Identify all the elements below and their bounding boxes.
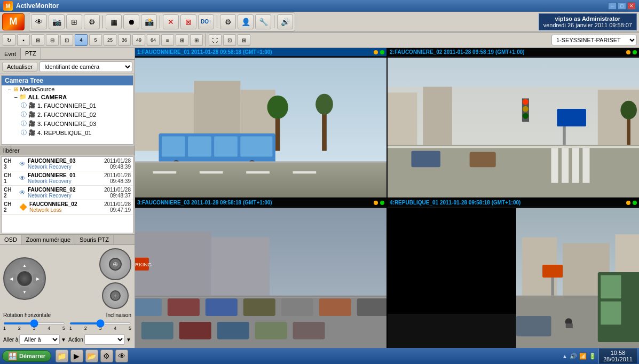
zoom-numerique-tab[interactable]: Zoom numérique	[22, 235, 75, 244]
user-button[interactable]: 👤	[238, 14, 254, 29]
rotation-slider[interactable]	[3, 322, 65, 325]
actualiser-button[interactable]: Actualiser	[2, 62, 37, 72]
camera-2-icon: ⓘ	[21, 110, 27, 118]
stop-button[interactable]: ⊠	[180, 14, 196, 29]
2x2-view-button[interactable]: ⊞	[31, 34, 44, 46]
cam-indicators-4	[626, 201, 637, 205]
osd-tab[interactable]: OSD	[0, 235, 22, 244]
cam-title-4: 4:REPUBLIQUE_01 2011-01-28 09:58:18 (GMT…	[390, 200, 520, 205]
focus-wheel[interactable]: +	[102, 282, 129, 309]
datetime-text: vendredi 26 janvier 2011 09:58:07	[543, 22, 632, 28]
cam-scene-3: PARKING	[135, 208, 386, 348]
64-view-button[interactable]: 64	[147, 34, 160, 46]
minimize-button[interactable]: –	[608, 2, 617, 10]
souris-ptz-tab[interactable]: Souris PTZ	[75, 235, 114, 244]
event-list: CH3 👁 FAUCONNIERE_03 2011/01/28 Network …	[1, 156, 133, 233]
ptz-right-button[interactable]: ▶	[33, 274, 43, 283]
camera-1-icon: ⓘ	[21, 101, 27, 109]
inclination-label: Inclinaison	[106, 312, 131, 318]
ptz-up-button[interactable]: ▲	[20, 260, 29, 270]
taskbar-icon-5[interactable]: 👁	[115, 350, 128, 362]
layout-tool-button[interactable]: ▦	[106, 14, 122, 29]
event-eye-4[interactable]: 🔶	[19, 203, 27, 211]
event-tab[interactable]: Evnt	[0, 48, 21, 59]
camera-view-3[interactable]: 3:FAUCONNIERE_03 2011-01-28 09:58:18 (GM…	[135, 199, 386, 348]
titlebar: M ActiveMonitor – □ ✕	[0, 0, 639, 12]
zoom-button[interactable]: ⊞	[238, 34, 250, 46]
taskbar: 🪟 Démarrer 📁 ▶ 📂 ⚙ 👁 ▲ 🔊 📶 🔋 10:58 28/01…	[0, 348, 639, 364]
inclination-slider[interactable]	[69, 322, 131, 325]
dpad-joystick[interactable]: ▲ ▼ ◀ ▶	[3, 257, 46, 300]
camera-1-item[interactable]: ⓘ 🎥 1. FAUCONNIERE_01	[2, 101, 133, 110]
custom2-view-button[interactable]: ⊞	[176, 34, 188, 46]
event-eye-3[interactable]: 👁	[19, 189, 26, 196]
all-camera-item[interactable]: – 📁 ALL CAMERA	[2, 93, 133, 101]
tray-network-icon[interactable]: 📶	[579, 353, 587, 360]
4x4-view-button[interactable]: 4	[75, 34, 88, 46]
aller-a-dropdown[interactable]: Aller à	[19, 334, 60, 345]
snapshot-tool-button[interactable]: 📸	[141, 14, 157, 29]
camera-view-4[interactable]: 4:REPUBLIQUE_01 2011-01-28 09:58:18 (GMT…	[388, 199, 639, 348]
ptz-tab[interactable]: PTZ	[21, 48, 41, 59]
custom3-view-button[interactable]: ⊞	[190, 34, 203, 46]
expand-all-icon: –	[14, 94, 18, 100]
grid-tool-button[interactable]: ⊞	[66, 14, 82, 29]
preset-dropdown[interactable]: 1-SEYSSINET-PARISET	[551, 35, 637, 45]
do-button[interactable]: DO↑	[198, 14, 214, 29]
5x5-view-button[interactable]: 5	[89, 34, 102, 46]
camera-4-item[interactable]: ⓘ 🎥 4. REPUBLIQUE_01	[2, 128, 133, 137]
action-arrow-icon: ▼	[126, 337, 131, 343]
3x2-view-button[interactable]: ⊟	[46, 34, 59, 46]
settings-tool-button[interactable]: ⚙	[84, 14, 100, 29]
close-button[interactable]: ✕	[627, 2, 636, 10]
tray-up-icon[interactable]: ▲	[562, 353, 567, 359]
25-view-button[interactable]: 25	[104, 34, 116, 46]
3x3-view-button[interactable]: ⊡	[60, 34, 73, 46]
taskbar-icon-2[interactable]: ▶	[70, 350, 83, 362]
ptz-down-button[interactable]: ▼	[20, 287, 29, 297]
close-cam-button[interactable]: ✕	[163, 14, 179, 29]
camera-1-label: 1. FAUCONNIERE_01	[37, 102, 96, 109]
single-view-button[interactable]: ▪	[17, 34, 30, 46]
camera-2-item[interactable]: ⓘ 🎥 2. FAUCONNIERE_02	[2, 110, 133, 119]
media-source-item[interactable]: – 🖥 MediaSource	[2, 85, 133, 93]
svg-rect-29	[562, 148, 569, 183]
network-button[interactable]: 🔧	[255, 14, 271, 29]
49-view-button[interactable]: 49	[132, 34, 145, 46]
36-view-button[interactable]: 36	[118, 34, 131, 46]
svg-rect-50	[243, 298, 275, 316]
camera-tool-button[interactable]: 📷	[49, 14, 65, 29]
ptz-left-button[interactable]: ◀	[6, 274, 16, 283]
event-eye-2[interactable]: 👁	[19, 175, 26, 182]
maximize-button[interactable]: □	[618, 2, 626, 10]
record-tool-button[interactable]: ⏺	[123, 14, 139, 29]
refresh-row: Actualiser Identifiant de caméra	[0, 60, 135, 74]
camera-view-1[interactable]: 1:FAUCONNIERE_01 2011-01-28 09:58:18 (GM…	[135, 48, 386, 197]
svg-rect-49	[206, 298, 238, 316]
refresh-view-button[interactable]: ↻	[3, 34, 15, 46]
svg-text:PARKING: PARKING	[135, 262, 152, 267]
start-button[interactable]: 🪟 Démarrer	[2, 350, 51, 362]
eye-tool-button[interactable]: 👁	[31, 14, 47, 29]
taskbar-icon-4[interactable]: ⚙	[100, 350, 113, 362]
taskbar-icon-3[interactable]: 📂	[85, 350, 98, 362]
action-dropdown[interactable]	[84, 334, 125, 345]
camera-view-2[interactable]: 2:FAUCONNIERE_02 2011-01-28 09:58:19 (GM…	[388, 48, 639, 197]
taskbar-icon-1[interactable]: 📁	[56, 350, 68, 362]
view-bar: ↻ ▪ ⊞ ⊟ ⊡ 4 5 25 36 49 64 ≡ ⊞ ⊞ ⛶ ⊡ ⊞ 1-…	[0, 32, 639, 48]
custom1-view-button[interactable]: ≡	[161, 34, 174, 46]
aspect-button[interactable]: ⊡	[223, 34, 236, 46]
config-button[interactable]: ⚙	[220, 14, 236, 29]
camera-3-item[interactable]: ⓘ 🎥 3. FAUCONNIERE_03	[2, 119, 133, 128]
camera-id-dropdown[interactable]: Identifiant de caméra	[40, 61, 132, 72]
cam-signal-4	[633, 201, 637, 205]
all-camera-label: ALL CAMERA	[28, 94, 67, 100]
tray-battery-icon[interactable]: 🔋	[589, 353, 596, 360]
fullscreen-button[interactable]: ⛶	[209, 34, 222, 46]
volume-button[interactable]: 🔊	[277, 14, 293, 29]
zoom-wheel[interactable]: ⊕	[99, 248, 131, 280]
tray-speaker-icon[interactable]: 🔊	[570, 353, 577, 360]
event-eye-1[interactable]: 👁	[19, 160, 26, 168]
ptz-center-button[interactable]	[17, 271, 32, 286]
camera-3-icon: ⓘ	[21, 120, 27, 128]
